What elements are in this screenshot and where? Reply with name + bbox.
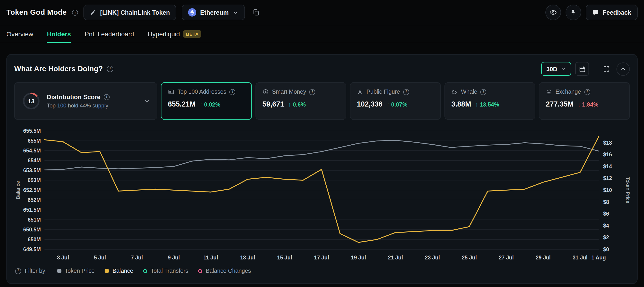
legend-filter-label: iFilter by: (15, 268, 47, 274)
y-axis-right-tick: $8 (603, 199, 609, 205)
chevron-down-icon[interactable] (144, 98, 150, 105)
x-axis-tick: 21 Jul (388, 255, 403, 260)
stat-label-row: Whalei (451, 89, 528, 95)
distribution-score-subtitle: Top 100 hold 44% supply (47, 102, 110, 109)
stat-value-row: 59,671↑ 0.6% (262, 100, 340, 108)
legend-item-balance-changes[interactable]: Balance Changes (198, 268, 251, 274)
info-icon[interactable]: i (480, 89, 486, 95)
eye-icon (549, 9, 556, 16)
app: Token God Mode i [LINK] ChainLink Token … (0, 0, 644, 287)
legend-item-total-transfers[interactable]: Total Transfers (143, 268, 188, 274)
x-axis-tick: 23 Jul (425, 255, 440, 260)
left-axis-title: Balance (15, 181, 21, 199)
stat-value: 3.88M (451, 100, 471, 108)
range-selector[interactable]: 30D (541, 62, 571, 76)
info-icon[interactable]: i (107, 66, 113, 72)
info-icon[interactable]: i (104, 94, 110, 100)
right-axis-title: Token Price (625, 177, 631, 203)
stat-card-exchange[interactable]: Exchangei277.35M↓ 1.84% (539, 82, 630, 120)
y-axis-right-tick: $2 (603, 234, 609, 240)
y-axis-left-tick: 653M (28, 177, 41, 183)
y-axis-right-tick: $14 (603, 163, 612, 169)
stat-card-whale[interactable]: Whalei3.88M↑ 13.54% (444, 82, 535, 120)
info-icon[interactable]: i (72, 10, 78, 15)
holders-chart: 655.5M655M654.5M654M653.5M653M652.5M652M… (14, 125, 630, 263)
legend-item-balance[interactable]: Balance (105, 268, 133, 274)
stat-change: ↑ 0.07% (387, 102, 407, 108)
stat-value-row: 277.35M↓ 1.84% (546, 100, 623, 108)
y-axis-left-tick: 650.5M (23, 227, 41, 233)
token-selector[interactable]: [LINK] ChainLink Token (84, 5, 176, 20)
y-axis-left-tick: 652.5M (23, 187, 41, 193)
legend-label: Token Price (65, 268, 95, 274)
y-axis-left-tick: 655M (28, 138, 41, 144)
fullscreen-icon (603, 65, 610, 73)
whale-icon (451, 89, 458, 95)
page-title: Token God Mode (6, 8, 67, 17)
stat-card-smart-money[interactable]: Smart Moneyi59,671↑ 0.6% (256, 82, 346, 120)
stat-label-row: Exchangei (546, 89, 623, 95)
range-selector-label: 30D (546, 66, 557, 72)
x-axis-tick: 13 Jul (240, 255, 255, 260)
fullscreen-button[interactable] (600, 63, 612, 75)
topbar-right: Feedback (545, 5, 638, 20)
chart-legend: iFilter by:Token PriceBalanceTotal Trans… (14, 266, 630, 276)
y-axis-left-tick: 654.5M (23, 148, 41, 154)
collapse-button[interactable] (616, 62, 630, 76)
legend-dot (105, 269, 110, 273)
chat-bubble-icon (592, 9, 599, 16)
y-axis-right-tick: $10 (603, 187, 612, 193)
copy-address-button[interactable] (250, 7, 261, 18)
tab-pnl-leaderboard[interactable]: PnL Leaderboard (85, 25, 134, 43)
y-axis-left-tick: 655.5M (23, 128, 41, 134)
topbar: Token God Mode i [LINK] ChainLink Token … (0, 0, 644, 25)
tab-hyperliquid[interactable]: HyperliquidBETA (148, 25, 201, 43)
pin-icon (570, 9, 576, 16)
watchlist-button[interactable] (545, 5, 561, 20)
pin-button[interactable] (565, 5, 581, 20)
x-axis-tick: 29 Jul (536, 255, 551, 260)
stat-card-top-100-addresses[interactable]: Top 100 Addressesi655.21M↑ 0.02% (161, 82, 252, 120)
info-icon[interactable]: i (310, 89, 315, 95)
panel-title-wrap: What Are Holders Doing? i (14, 65, 113, 73)
y-axis-right-tick: $16 (603, 152, 612, 157)
legend-item-token-price[interactable]: Token Price (57, 268, 95, 274)
stat-value: 59,671 (262, 100, 284, 108)
x-axis-tick: 3 Jul (57, 255, 69, 260)
calendar-button[interactable] (575, 62, 589, 76)
info-icon[interactable]: i (15, 268, 21, 274)
x-axis-tick: 9 Jul (168, 255, 180, 260)
tab-bar: OverviewHoldersPnL LeaderboardHyperliqui… (0, 25, 644, 43)
stat-change: ↑ 0.02% (200, 102, 220, 108)
stat-value: 277.35M (546, 100, 574, 108)
stat-value-row: 3.88M↑ 13.54% (451, 100, 528, 108)
ethereum-icon (188, 8, 196, 17)
tab-label: PnL Leaderboard (85, 30, 134, 38)
distribution-score-card[interactable]: 13 Distribution Score i Top 100 hold 44%… (14, 82, 157, 120)
chain-selector[interactable]: Ethereum (182, 5, 245, 20)
x-axis-tick: 31 Jul (573, 255, 588, 260)
tab-overview[interactable]: Overview (6, 25, 33, 43)
info-icon[interactable]: i (584, 89, 590, 95)
info-icon[interactable]: i (403, 89, 409, 95)
id-card-icon (168, 89, 174, 95)
legend-label: Balance (112, 268, 133, 274)
legend-dot (198, 269, 202, 273)
stat-label-row: Public Figurei (357, 89, 434, 95)
info-icon[interactable]: i (230, 89, 236, 95)
panel-controls: 30D (541, 62, 630, 76)
stat-change: ↑ 13.54% (475, 102, 499, 108)
stat-label: Whale (461, 89, 477, 95)
pencil-icon (90, 9, 96, 16)
x-axis-tick: 15 Jul (277, 255, 292, 260)
tab-holders[interactable]: Holders (47, 25, 71, 43)
x-axis-tick: 11 Jul (204, 255, 218, 260)
stat-card-public-figure[interactable]: Public Figurei102,336↑ 0.07% (350, 82, 441, 120)
tab-label: Hyperliquid (148, 30, 180, 38)
y-axis-left-tick: 649.5M (23, 246, 41, 252)
topbar-left: Token God Mode i [LINK] ChainLink Token … (6, 5, 261, 20)
x-axis-tick: 27 Jul (499, 255, 514, 260)
x-axis-tick: 5 Jul (94, 255, 106, 260)
y-axis-left-tick: 652M (28, 197, 41, 203)
feedback-button[interactable]: Feedback (586, 5, 638, 20)
